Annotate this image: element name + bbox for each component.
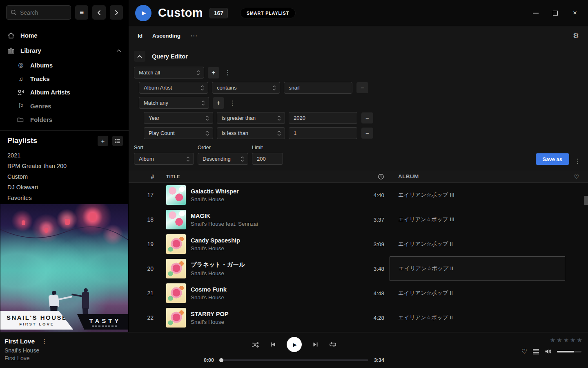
rule-operator-select[interactable]: is greater than (217, 112, 285, 124)
shuffle-button[interactable] (252, 341, 259, 348)
column-title[interactable]: TITLE (160, 174, 361, 179)
volume-button[interactable] (545, 348, 552, 355)
table-row[interactable]: 21 Cosmo Funk Snail's House 4:48 エイリアン☆ポ… (129, 281, 588, 305)
now-playing-options-button[interactable]: ⋮ (40, 338, 49, 345)
sidebar-item-library[interactable]: Library (0, 43, 129, 58)
track-album[interactable]: エイリアン☆ポップ III (390, 183, 565, 207)
star-icon[interactable]: ★ (557, 337, 562, 344)
add-playlist-button[interactable]: + (98, 136, 108, 146)
track-artist[interactable]: Snail's House feat. Sennzai (191, 221, 258, 227)
star-icon[interactable]: ★ (550, 337, 555, 344)
playlist-item[interactable]: BPM Greater than 200 (7, 161, 123, 171)
match-type-select[interactable]: Match all (134, 67, 204, 79)
close-button[interactable]: × (571, 9, 579, 17)
seek-handle[interactable] (219, 358, 223, 362)
sort-field-button[interactable]: Id (138, 33, 143, 39)
previous-track-button[interactable] (270, 341, 276, 348)
track-artist[interactable]: Snail's House (191, 270, 245, 276)
star-icon[interactable]: ★ (570, 337, 575, 344)
album-art-artist-banner: SNAIL'S HOUSE FIRST LOVE (0, 311, 73, 330)
rule-operator-select[interactable]: is less than (217, 127, 285, 139)
select-value: Descending (203, 156, 231, 162)
queue-button[interactable] (532, 349, 539, 355)
track-album[interactable]: エイリアン☆ポップ II (390, 281, 565, 305)
sidebar-item-tracks[interactable]: ♫ Tracks (0, 72, 129, 85)
group-options-button[interactable]: ⋮ (223, 69, 232, 76)
track-artist[interactable]: Snail's House (191, 196, 239, 202)
playlist-list-view-button[interactable] (112, 136, 123, 146)
sidebar-item-genres[interactable]: ⚐ Genres (0, 99, 129, 113)
rule-operator-select[interactable]: contains (212, 82, 280, 94)
star-icon[interactable]: ★ (564, 337, 569, 344)
now-playing-album[interactable]: First Love (4, 355, 122, 361)
playlist-item[interactable]: DJ Okawari (7, 182, 123, 193)
table-row[interactable]: 20 プラネット・ガール Snail's House 3:48 エイリアン☆ポッ… (129, 256, 588, 281)
sidebar-item-home[interactable]: Home (0, 28, 129, 43)
track-artist[interactable]: Snail's House (191, 319, 228, 325)
column-favorite[interactable]: ♡ (565, 173, 588, 180)
table-row[interactable]: 18 MAGIK Snail's House feat. Sennzai 3:3… (129, 207, 588, 232)
play-playlist-button[interactable]: ▶ (135, 5, 151, 21)
track-album[interactable]: エイリアン☆ポップ II (390, 232, 565, 256)
order-select[interactable]: Descending (198, 153, 248, 165)
table-row[interactable]: 19 Candy Spaceship Snail's House 3:09 エイ… (129, 232, 588, 256)
sidebar-item-folders[interactable]: Folders (0, 113, 129, 126)
playlist-item[interactable]: 2021 (7, 150, 123, 161)
group-options-button[interactable]: ⋮ (228, 99, 237, 107)
star-icon[interactable]: ★ (577, 337, 582, 344)
more-options-button[interactable]: ⋯ (190, 31, 198, 40)
favorite-button[interactable]: ♡ (521, 348, 527, 355)
column-index[interactable]: # (129, 173, 160, 180)
table-row[interactable]: 17 Galactic Whisper Snail's House 4:40 エ… (129, 183, 588, 207)
track-artist[interactable]: Snail's House (191, 245, 240, 251)
add-rule-button[interactable]: + (208, 67, 219, 79)
save-as-button[interactable]: Save as (536, 153, 569, 165)
column-duration[interactable] (361, 173, 390, 180)
playlist-item[interactable]: Custom (7, 171, 123, 182)
rule-value-input[interactable] (289, 112, 357, 124)
now-playing-album-art[interactable]: SNAIL'S HOUSE FIRST LOVE TASTY (0, 204, 128, 332)
query-options-button[interactable]: ⋮ (573, 157, 582, 165)
limit-input[interactable] (252, 153, 283, 165)
remove-rule-button[interactable]: − (361, 128, 373, 139)
rule-field-select[interactable]: Play Count (144, 127, 213, 139)
playlist-item[interactable]: Favorites (7, 193, 123, 203)
add-rule-button[interactable]: + (213, 97, 224, 109)
rule-value-input[interactable] (289, 127, 357, 139)
sidebar-item-album-artists[interactable]: Album Artists (0, 85, 129, 99)
rule-field-select[interactable]: Album Artist (139, 82, 208, 94)
scrollbar-thumb[interactable] (584, 196, 588, 205)
volume-fill (557, 351, 574, 352)
settings-button[interactable]: ⚙ (573, 31, 579, 40)
next-track-button[interactable] (312, 341, 318, 348)
sort-select[interactable]: Album (134, 153, 194, 165)
seek-bar[interactable] (220, 359, 368, 361)
search-input[interactable] (20, 9, 65, 16)
rule-field-select[interactable]: Year (144, 112, 213, 124)
rule-value-input[interactable] (284, 82, 352, 94)
sort-order-button[interactable]: Ascending (152, 33, 180, 39)
nav-forward-button[interactable] (110, 5, 123, 20)
nav-back-button[interactable] (92, 5, 105, 20)
chevron-up-icon (137, 55, 142, 58)
track-album[interactable]: エイリアン☆ポップ II (390, 305, 565, 330)
menu-button[interactable]: ≡ (75, 5, 88, 20)
remove-rule-button[interactable]: − (361, 112, 373, 123)
search-box[interactable] (6, 5, 71, 20)
volume-slider[interactable] (557, 351, 581, 352)
maximize-button[interactable] (551, 9, 559, 17)
now-playing-artist[interactable]: Snail's House (4, 347, 122, 354)
track-artist[interactable]: Snail's House (191, 294, 227, 301)
minimize-button[interactable] (532, 9, 540, 17)
sidebar-item-albums[interactable]: ◎ Albums (0, 58, 129, 72)
column-album[interactable]: ALBUM (390, 171, 565, 182)
track-album-focused-cell[interactable]: エイリアン☆ポップ II (390, 256, 565, 281)
repeat-button[interactable] (329, 341, 336, 348)
match-type-select[interactable]: Match any (139, 97, 209, 109)
remove-rule-button[interactable]: − (356, 82, 368, 93)
now-playing-title[interactable]: First Love (4, 338, 35, 345)
collapse-query-editor-button[interactable] (134, 51, 145, 62)
table-row[interactable]: 22 STARRY POP Snail's House 4:28 エイリアン☆ポ… (129, 305, 588, 330)
track-album[interactable]: エイリアン☆ポップ III (390, 207, 565, 232)
play-pause-button[interactable]: ▶ (287, 337, 302, 352)
